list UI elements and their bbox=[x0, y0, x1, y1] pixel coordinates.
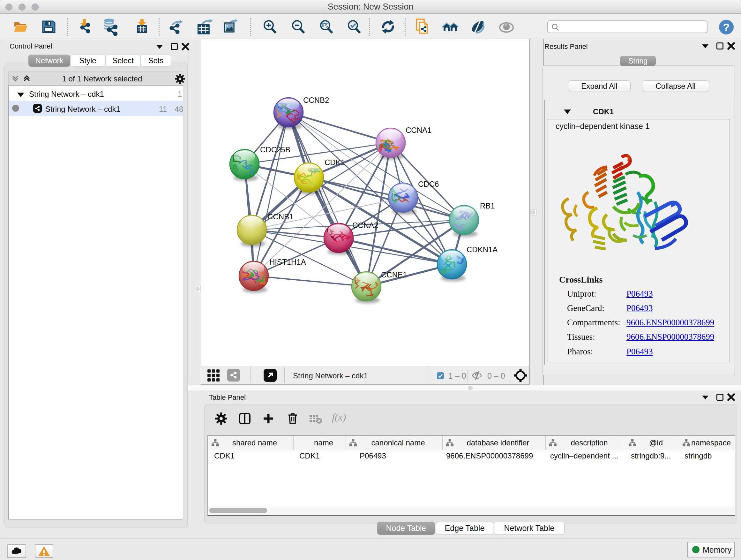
svg-text:CCNA2: CCNA2 bbox=[352, 221, 378, 230]
svg-text:HIST1H1A: HIST1H1A bbox=[269, 258, 306, 266]
svg-text:CCNA1: CCNA1 bbox=[406, 126, 431, 134]
svg-text:CDC25B: CDC25B bbox=[260, 145, 290, 154]
svg-text:CCNB1: CCNB1 bbox=[267, 212, 293, 221]
svg-text:CCNB2: CCNB2 bbox=[303, 96, 329, 105]
svg-text:CDC6: CDC6 bbox=[418, 180, 439, 188]
svg-text:CDKN1A: CDKN1A bbox=[467, 245, 497, 254]
svg-text:CDK1: CDK1 bbox=[325, 158, 345, 167]
svg-text:CCNE1: CCNE1 bbox=[381, 270, 407, 279]
svg-text:RB1: RB1 bbox=[480, 201, 495, 210]
